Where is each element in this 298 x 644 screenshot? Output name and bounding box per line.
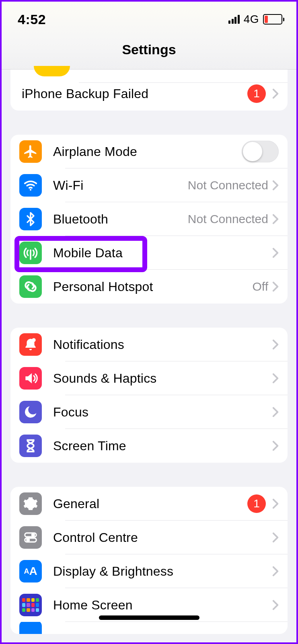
row-control-centre[interactable]: Control Centre — [10, 521, 288, 554]
moon-icon — [19, 401, 42, 423]
chevron-icon — [272, 281, 279, 292]
settings-screen: 4:52 4G Settings iPhone Backup Failed — [0, 0, 298, 644]
text-size-icon: AA — [19, 560, 42, 582]
app-grid-icon — [19, 594, 42, 616]
row-general[interactable]: General 1 — [10, 487, 288, 521]
row-label: Mobile Data — [53, 246, 272, 260]
hotspot-icon — [19, 275, 42, 298]
row-value: Not Connected — [188, 178, 268, 192]
svg-point-0 — [30, 189, 31, 191]
row-label: Home Screen — [53, 598, 272, 613]
row-accessibility-peek[interactable] — [10, 622, 288, 634]
row-label: Personal Hotspot — [53, 279, 253, 294]
row-bluetooth[interactable]: Bluetooth Not Connected — [10, 202, 288, 236]
badge-general: 1 — [247, 494, 266, 513]
group-general: General 1 Control Centre AA Display & Br… — [10, 487, 288, 634]
chevron-icon — [272, 441, 279, 451]
row-notifications[interactable]: Notifications — [10, 328, 288, 361]
battery-icon — [263, 14, 284, 25]
group-connectivity: Airplane Mode Wi-Fi Not Connected Blueto… — [10, 135, 288, 304]
wifi-icon — [19, 174, 42, 197]
signal-icon — [228, 15, 240, 24]
group-alerts: Notifications Sounds & Haptics Focus — [10, 328, 288, 463]
speaker-icon — [19, 367, 42, 390]
top-bar: 4:52 4G Settings — [2, 2, 296, 70]
row-value: Off — [253, 280, 268, 293]
airplane-toggle[interactable] — [242, 141, 279, 162]
svg-point-2 — [30, 250, 31, 251]
hourglass-icon — [19, 435, 42, 457]
bluetooth-icon — [19, 208, 42, 230]
antenna-icon — [19, 242, 42, 264]
gear-icon — [19, 492, 42, 515]
row-airplane-mode[interactable]: Airplane Mode — [10, 135, 288, 168]
home-indicator[interactable] — [99, 615, 199, 620]
row-label: iPhone Backup Failed — [22, 86, 247, 101]
svg-point-3 — [32, 338, 36, 342]
row-label: Sounds & Haptics — [53, 371, 272, 386]
row-label: Screen Time — [53, 439, 272, 453]
row-display-brightness[interactable]: AA Display & Brightness — [10, 554, 288, 588]
chevron-icon — [272, 88, 279, 99]
svg-point-5 — [32, 534, 34, 536]
page-title: Settings — [122, 42, 176, 57]
row-personal-hotspot[interactable]: Personal Hotspot Off — [10, 270, 288, 304]
row-label: Notifications — [53, 337, 272, 352]
row-label: Airplane Mode — [53, 144, 242, 159]
settings-list[interactable]: iPhone Backup Failed 1 Airplane Mode Wi-… — [2, 70, 296, 644]
nav-bar: Settings — [2, 30, 296, 69]
airplane-icon — [19, 140, 42, 163]
row-label: Display & Brightness — [53, 564, 272, 579]
chevron-icon — [272, 532, 279, 543]
accessibility-icon — [19, 622, 42, 634]
bell-icon — [19, 333, 42, 356]
chevron-icon — [272, 248, 279, 258]
chevron-icon — [272, 600, 279, 610]
row-wifi[interactable]: Wi-Fi Not Connected — [10, 168, 288, 202]
status-time: 4:52 — [18, 12, 46, 27]
row-value: Not Connected — [188, 212, 268, 226]
badge-backup: 1 — [247, 84, 266, 103]
chevron-icon — [272, 373, 279, 384]
status-bar: 4:52 4G — [2, 2, 296, 30]
row-sounds-haptics[interactable]: Sounds & Haptics — [10, 361, 288, 395]
chevron-icon — [272, 407, 279, 417]
chevron-icon — [272, 180, 279, 191]
row-label: Control Centre — [53, 530, 272, 545]
row-label: Wi-Fi — [53, 178, 188, 193]
row-backup-failed[interactable]: iPhone Backup Failed 1 — [10, 77, 288, 111]
avatar-edge — [34, 66, 70, 76]
chevron-icon — [272, 214, 279, 224]
row-label: Bluetooth — [53, 212, 188, 227]
switches-icon — [19, 526, 42, 549]
row-label: General — [53, 496, 247, 511]
chevron-icon — [272, 566, 279, 576]
row-mobile-data[interactable]: Mobile Data — [10, 236, 288, 270]
svg-point-7 — [27, 539, 29, 541]
row-screen-time[interactable]: Screen Time — [10, 429, 288, 463]
chevron-icon — [272, 339, 279, 350]
row-focus[interactable]: Focus — [10, 395, 288, 429]
row-label: Focus — [53, 405, 272, 420]
network-type: 4G — [244, 13, 259, 26]
chevron-icon — [272, 498, 279, 509]
